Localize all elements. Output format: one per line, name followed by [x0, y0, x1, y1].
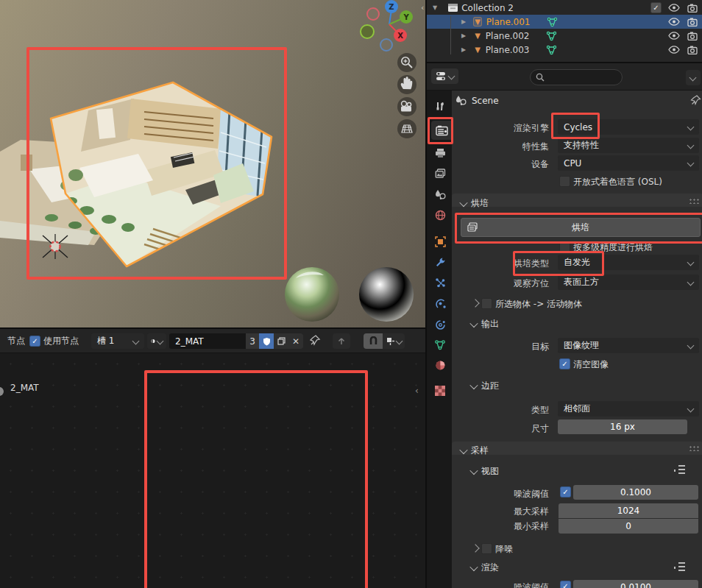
collection-checkbox[interactable] — [650, 2, 662, 13]
tab-modifiers[interactable] — [430, 252, 450, 272]
snap-target-dropdown[interactable] — [383, 333, 405, 349]
editor-type-button[interactable] — [431, 68, 458, 84]
pin-icon[interactable] — [309, 334, 321, 347]
tab-object-data[interactable] — [430, 335, 450, 354]
device-dropdown[interactable]: CPU — [558, 155, 699, 171]
eye-icon[interactable] — [668, 32, 680, 40]
disclosure-right-icon[interactable]: ▶ — [461, 32, 466, 39]
node-canvas[interactable]: 2_MAT ‹ — [0, 353, 425, 588]
tab-constraints[interactable] — [430, 315, 450, 334]
viewport-3d[interactable]: Z Y X — [0, 0, 425, 327]
panel-drag-dots[interactable] — [689, 198, 699, 204]
options-dropdown[interactable] — [686, 70, 701, 85]
node-menu[interactable]: 节点 — [7, 335, 25, 347]
object-name[interactable]: Plane.001 — [486, 17, 531, 27]
canvas-sidebar-arrow[interactable]: ‹ — [415, 386, 419, 396]
camera-render-icon[interactable] — [687, 4, 698, 13]
eye-icon[interactable] — [668, 46, 680, 54]
fake-user-shield-button[interactable] — [259, 333, 274, 349]
render-noise-checkbox[interactable] — [560, 581, 571, 588]
tab-tool[interactable] — [430, 96, 450, 116]
breadcrumb-label[interactable]: Scene — [472, 96, 499, 106]
camera-render-icon[interactable] — [687, 32, 698, 40]
user-count-badge[interactable]: 3 — [246, 333, 259, 349]
mesh-object-icon: ▼ — [473, 17, 482, 26]
clear-image-label: 清空图像 — [573, 358, 609, 371]
tab-texture[interactable] — [430, 381, 450, 400]
pin-icon[interactable] — [690, 94, 701, 106]
bake-panel-header-bg[interactable] — [452, 194, 702, 207]
noise-threshold-checkbox[interactable] — [560, 486, 571, 497]
tab-object[interactable] — [430, 232, 450, 251]
shader-editor-header: 节点 使用节点 槽 1 2_MAT 3 ✕ — [0, 329, 425, 353]
preset-list-icon[interactable] — [674, 464, 685, 474]
denoise-checkbox[interactable] — [481, 543, 492, 554]
viewport-scene: Z Y X — [0, 0, 425, 327]
tab-scene[interactable] — [430, 185, 450, 204]
eye-icon[interactable] — [668, 4, 680, 12]
tab-material[interactable] — [430, 355, 450, 375]
render-noise-value[interactable]: 0.0100 — [573, 580, 698, 588]
osl-checkbox[interactable] — [559, 176, 570, 187]
preset-list-icon[interactable] — [674, 562, 685, 571]
multires-checkbox[interactable] — [559, 241, 570, 252]
camera-render-icon[interactable] — [687, 46, 698, 54]
disclosure-right-icon[interactable]: ▶ — [461, 46, 466, 53]
tab-physics[interactable] — [430, 294, 450, 313]
tab-particles[interactable] — [430, 273, 450, 292]
search-input[interactable] — [530, 69, 623, 85]
outliner-row-plane002[interactable]: ▶ ▼ Plane.002 — [427, 29, 702, 43]
collection-row[interactable]: ▼ Collection 2 — [427, 1, 702, 15]
clear-image-checkbox[interactable] — [559, 358, 570, 369]
material-browse-dropdown[interactable] — [147, 333, 166, 349]
margin-size-slider[interactable]: 16 px — [558, 419, 687, 434]
tab-view-layer[interactable] — [430, 164, 450, 183]
panel-drag-dots[interactable] — [689, 445, 699, 451]
unlink-material-button[interactable]: ✕ — [288, 333, 303, 349]
object-name[interactable]: Plane.003 — [486, 45, 530, 55]
render-sampling-header[interactable]: 渲染 — [471, 562, 499, 574]
denoise-label: 降噪 — [495, 543, 513, 556]
target-dropdown[interactable]: 图像纹理 — [558, 338, 699, 353]
noise-threshold-value[interactable]: 0.1000 — [573, 485, 698, 500]
bake-button[interactable]: 烘培 — [461, 218, 701, 237]
sel-to-active-checkbox[interactable] — [481, 298, 492, 309]
outliner-row-plane001[interactable]: ▶ ▼ Plane.001 — [427, 15, 702, 29]
ortho-grid-button — [397, 119, 416, 138]
collection-name[interactable]: Collection 2 — [461, 3, 514, 13]
svg-text:Y: Y — [403, 13, 409, 21]
min-samples-value[interactable]: 0 — [559, 519, 698, 534]
output-subpanel-header[interactable]: 输出 — [471, 318, 499, 330]
max-samples-value[interactable]: 1024 — [559, 503, 698, 518]
slot-dropdown[interactable]: 槽 1 — [91, 333, 144, 349]
device-label: 设备 — [468, 158, 549, 171]
copy-material-button[interactable] — [274, 333, 288, 349]
featureset-dropdown[interactable]: 支持特性 — [558, 138, 699, 153]
engine-dropdown[interactable]: Cycles — [558, 119, 699, 135]
material-name-field[interactable]: 2_MAT 3 ✕ — [169, 333, 303, 349]
go-parent-node-button[interactable] — [333, 333, 350, 349]
target-label: 目标 — [468, 341, 549, 353]
object-icon — [435, 236, 446, 247]
disclosure-down-icon[interactable]: ▼ — [433, 4, 437, 11]
margin-type-dropdown[interactable]: 相邻面 — [558, 401, 699, 417]
eye-icon[interactable] — [668, 18, 680, 26]
margin-subpanel-header[interactable]: 边距 — [471, 380, 499, 392]
bake-type-dropdown[interactable]: 自发光 — [558, 255, 699, 270]
use-nodes-label[interactable]: 使用节点 — [43, 335, 79, 347]
sampling-panel-header[interactable]: 采样 — [461, 444, 489, 457]
tab-render[interactable] — [431, 121, 452, 140]
viewfrom-dropdown[interactable]: 表面上方 — [558, 274, 699, 290]
disclosure-right-icon[interactable]: ▶ — [461, 18, 466, 25]
pan-hand-button — [397, 75, 416, 94]
use-nodes-checkbox[interactable] — [29, 336, 40, 347]
viewport-sampling-header[interactable]: 视图 — [471, 465, 499, 478]
sampling-panel-header-bg[interactable] — [452, 442, 702, 455]
bake-panel-header[interactable]: 烘培 — [461, 197, 489, 210]
snap-toggle-button[interactable] — [364, 333, 383, 349]
camera-render-icon[interactable] — [687, 18, 698, 26]
tab-output[interactable] — [430, 144, 450, 163]
outliner-row-plane003[interactable]: ▶ ▼ Plane.003 — [427, 43, 702, 57]
object-name[interactable]: Plane.002 — [486, 31, 530, 41]
tab-world[interactable] — [430, 205, 450, 224]
